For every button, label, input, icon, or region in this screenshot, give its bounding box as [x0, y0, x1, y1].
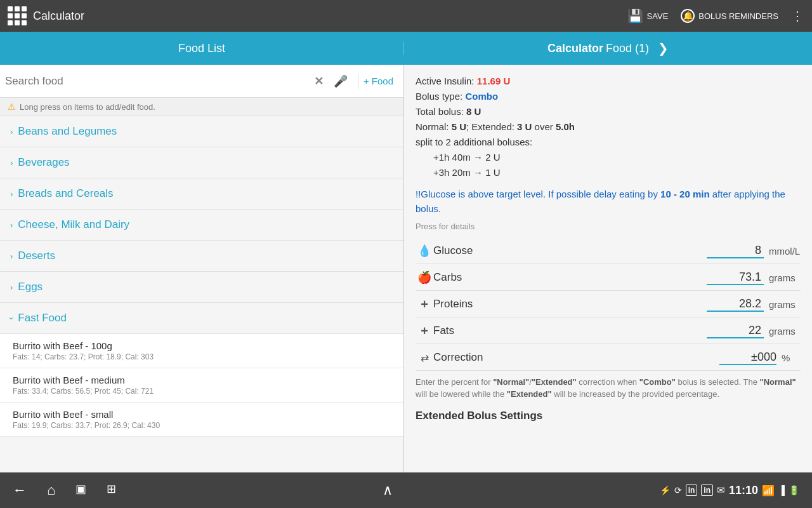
calculator-header[interactable]: Calculator Food (1) ❯ — [404, 41, 812, 56]
normal-label: Normal: — [416, 121, 452, 132]
correction-row: ⇄ Correction % — [416, 345, 801, 371]
active-insulin-value: 11.69 U — [477, 76, 511, 86]
warning-bar: ⚠ Long press on items to add/edit food. — [0, 98, 403, 116]
correction-label: Correction — [433, 351, 719, 364]
battery-icon: 🔋 — [789, 485, 799, 495]
total-bolus-row: Total bolus: 8 U — [416, 104, 801, 119]
over-value: 5.0h — [556, 121, 575, 132]
category-label: Deserts — [18, 250, 55, 262]
chevron-icon: › — [10, 158, 13, 168]
home-button[interactable]: ⌂ — [47, 482, 55, 498]
extended-value: 3 U — [517, 121, 532, 132]
fats-row: + Fats grams — [416, 319, 801, 344]
delay-value: 10 - 20 min — [660, 189, 710, 199]
bolus-reminders-button[interactable]: 🔔 BOLUS REMINDERS — [681, 9, 778, 23]
category-beverages[interactable]: › Beverages — [0, 147, 403, 178]
usb-icon: ⚡ — [660, 485, 671, 495]
linkedin-icon-1: in — [686, 485, 698, 496]
total-bolus-value: 8 U — [466, 106, 481, 117]
carbs-icon: 🍎 — [416, 271, 433, 284]
category-eggs[interactable]: › Eggs — [0, 272, 403, 303]
extended-label: ; Extended: — [466, 121, 517, 132]
food-list-header[interactable]: Food List — [0, 42, 404, 55]
glucose-warning[interactable]: !!Glucose is above target level. If poss… — [416, 187, 801, 217]
proteins-input[interactable] — [707, 297, 764, 312]
category-label: Beans and Legumes — [18, 125, 117, 138]
search-mic-icon[interactable]: 🎤 — [331, 72, 350, 91]
bolus-schedule-2: +3h 20m → 1 U — [416, 165, 801, 180]
top-bar: Calculator 💾 SAVE 🔔 BOLUS REMINDERS ⋮ — [0, 0, 812, 32]
left-panel: ✕ 🎤 + Food ⚠ Long press on items to add/… — [0, 65, 404, 472]
chevron-up-button[interactable]: ∧ — [383, 482, 393, 498]
carbs-row: 🍎 Carbs grams — [416, 265, 801, 291]
chevron-icon: › — [10, 220, 13, 230]
fats-input[interactable] — [707, 324, 764, 338]
over-label: over — [532, 121, 556, 132]
food-item-burrito-small[interactable]: Burrito with Beef - small Fats: 19.9; Ca… — [0, 403, 403, 437]
search-clear-icon[interactable]: ✕ — [311, 72, 326, 91]
bolus-info: Active Insulin: 11.69 U Bolus type: Comb… — [416, 74, 801, 180]
bolus-type-value: Combo — [465, 91, 498, 102]
extended-bolus-title: Extended Bolus Settings — [416, 410, 801, 422]
bolus-schedule-1: +1h 40m → 2 U — [416, 150, 801, 165]
top-bar-actions: 💾 SAVE 🔔 BOLUS REMINDERS ⋮ — [627, 8, 804, 23]
category-label: Breads and Cereals — [18, 187, 113, 200]
press-details[interactable]: Press for details — [416, 222, 801, 231]
category-fastfood[interactable]: › Fast Food — [0, 303, 403, 334]
main-content: ✕ 🎤 + Food ⚠ Long press on items to add/… — [0, 65, 812, 472]
food-details: Fats: 19.9; Carbs: 33.7; Prot: 26.9; Cal… — [13, 421, 393, 430]
food-name: Burrito with Beef - medium — [13, 375, 393, 385]
category-breads[interactable]: › Breads and Cereals — [0, 178, 403, 210]
correction-unit: % — [782, 352, 801, 363]
category-list: › Beans and Legumes › Beverages › Breads… — [0, 116, 403, 472]
glucose-label: Glucose — [433, 244, 707, 257]
bolus-type-label: Bolus type: — [416, 91, 462, 102]
chevron-icon: › — [10, 251, 13, 261]
carbs-unit: grams — [769, 272, 801, 283]
split-text: split to 2 additional boluses: — [416, 135, 801, 150]
add-food-button[interactable]: + Food — [358, 73, 398, 89]
proteins-icon: + — [416, 297, 433, 312]
glucose-row: 💧 Glucose mmol/L — [416, 239, 801, 264]
correction-input[interactable] — [719, 351, 776, 365]
fats-unit: grams — [769, 326, 801, 337]
active-insulin-label: Active Insulin: — [416, 76, 475, 86]
category-label: Cheese, Milk and Dairy — [18, 218, 129, 231]
search-input[interactable] — [5, 75, 306, 88]
category-label: Fast Food — [18, 312, 67, 324]
carbs-label: Carbs — [433, 271, 707, 284]
proteins-unit: grams — [769, 299, 801, 310]
glucose-input[interactable] — [707, 244, 764, 258]
category-cheese[interactable]: › Cheese, Milk and Dairy — [0, 210, 403, 241]
qr-button[interactable]: ⊞ — [107, 482, 116, 498]
fats-icon: + — [416, 324, 433, 338]
glucose-warning-text: !!Glucose is above target level. If poss… — [416, 189, 658, 199]
category-deserts[interactable]: › Deserts — [0, 241, 403, 272]
apps-grid-icon[interactable] — [8, 6, 27, 25]
category-label: Beverages — [18, 156, 69, 169]
food-name: Burrito with Beef - small — [13, 409, 393, 420]
save-button[interactable]: 💾 SAVE — [627, 8, 669, 23]
warning-icon: ⚠ — [8, 102, 16, 112]
carbs-input[interactable] — [707, 271, 764, 285]
correction-hint: Enter the percent for "Normal"/"Extended… — [416, 376, 801, 401]
right-panel: Active Insulin: 11.69 U Bolus type: Comb… — [404, 65, 812, 472]
proteins-label: Proteins — [433, 298, 707, 311]
menu-dots-icon[interactable]: ⋮ — [791, 8, 804, 23]
normal-extended-row: Normal: 5 U; Extended: 3 U over 5.0h — [416, 119, 801, 135]
warning-text: Long press on items to add/edit food. — [20, 102, 155, 112]
total-bolus-label: Total bolus: — [416, 106, 464, 117]
chevron-icon: › — [10, 127, 13, 137]
header-arrow-icon: ❯ — [658, 41, 669, 56]
chevron-expanded-icon: › — [7, 317, 16, 319]
back-button[interactable]: ← — [13, 482, 27, 498]
bottom-nav-left: ← ⌂ ▣ ⊞ — [13, 482, 116, 498]
recent-apps-button[interactable]: ▣ — [75, 482, 86, 498]
food-item-burrito-medium[interactable]: Burrito with Beef - medium Fats: 33.4; C… — [0, 368, 403, 403]
food-count-label: Food (1) — [606, 42, 649, 55]
search-bar: ✕ 🎤 + Food — [0, 65, 403, 98]
category-beans[interactable]: › Beans and Legumes — [0, 116, 403, 147]
chevron-icon: › — [10, 283, 13, 292]
category-label: Eggs — [18, 281, 43, 293]
food-item-burrito-100g[interactable]: Burrito with Beef - 100g Fats: 14; Carbs… — [0, 334, 403, 368]
